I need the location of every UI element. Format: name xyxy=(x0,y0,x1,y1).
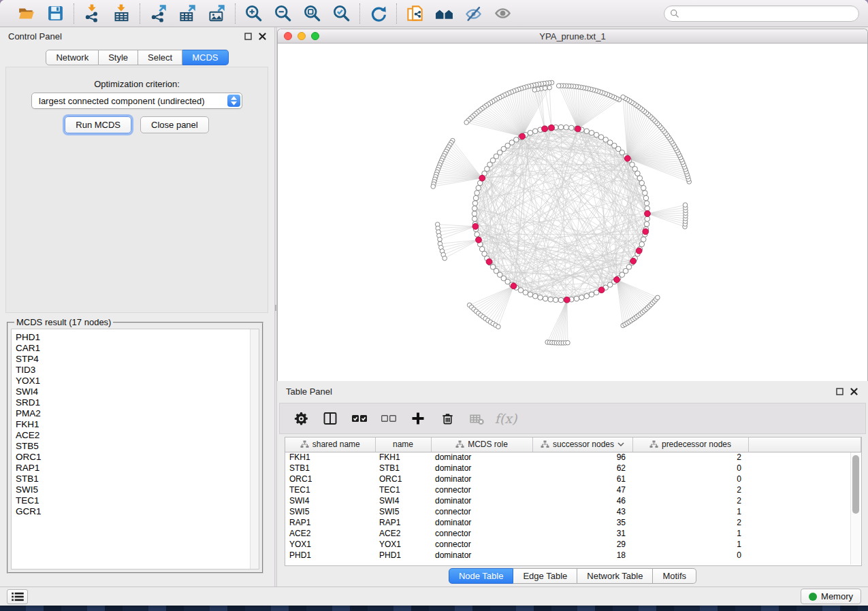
maximize-window-icon[interactable] xyxy=(311,32,319,40)
graph-node[interactable] xyxy=(594,132,599,137)
graph-node[interactable] xyxy=(472,206,477,212)
mcds-graph-node[interactable] xyxy=(549,125,555,131)
table-row[interactable]: FKH1FKH1dominator962 xyxy=(285,452,861,463)
mcds-result-item[interactable]: PHD1 xyxy=(16,332,259,343)
graph-node[interactable] xyxy=(574,296,579,301)
graph-node[interactable] xyxy=(637,176,643,181)
graph-node[interactable] xyxy=(472,211,477,216)
mcds-result-item[interactable]: STB5 xyxy=(16,441,259,452)
graph-node[interactable] xyxy=(683,203,688,208)
column-header-MCDS-role[interactable]: MCDS role xyxy=(431,437,532,452)
select-all-columns-icon[interactable] xyxy=(351,410,368,427)
memory-button[interactable]: Memory xyxy=(801,589,861,604)
graph-node[interactable] xyxy=(543,296,548,301)
graph-node[interactable] xyxy=(472,216,477,222)
first-neighbors-icon[interactable] xyxy=(435,4,453,22)
graph-node[interactable] xyxy=(472,201,478,206)
tab-node-table[interactable]: Node Table xyxy=(449,568,514,584)
graph-node[interactable] xyxy=(532,88,537,93)
mcds-graph-node[interactable] xyxy=(564,297,570,303)
graph-node[interactable] xyxy=(579,295,585,301)
graph-node[interactable] xyxy=(641,237,646,242)
table-row[interactable]: SWI4SWI4dominator462 xyxy=(285,495,861,506)
table-row[interactable]: TEC1TEC1connector472 xyxy=(285,484,861,495)
graph-node[interactable] xyxy=(438,237,443,242)
graph-node[interactable] xyxy=(643,191,648,196)
mcds-graph-node[interactable] xyxy=(519,133,526,139)
graph-node[interactable] xyxy=(443,256,447,261)
save-icon[interactable] xyxy=(46,4,65,22)
graph-node[interactable] xyxy=(556,84,561,88)
float-panel-icon[interactable] xyxy=(244,32,252,40)
unselect-all-columns-icon[interactable] xyxy=(380,410,398,427)
tab-motifs[interactable]: Motifs xyxy=(653,568,696,584)
graph-node[interactable] xyxy=(639,180,645,186)
mcds-result-item[interactable]: PMA2 xyxy=(16,408,259,419)
zoom-in-icon[interactable] xyxy=(244,4,263,22)
graph-node[interactable] xyxy=(528,292,533,297)
graph-node[interactable] xyxy=(473,195,479,201)
graph-node[interactable] xyxy=(431,184,436,189)
graph-node[interactable] xyxy=(479,246,485,252)
show-all-icon[interactable] xyxy=(494,4,512,22)
export-image-icon[interactable] xyxy=(208,4,226,22)
criterion-dropdown[interactable]: largest connected component (undirected) xyxy=(31,93,242,109)
zoom-fit-icon[interactable] xyxy=(303,4,321,22)
export-network-icon[interactable] xyxy=(149,4,167,22)
graph-node[interactable] xyxy=(464,120,469,125)
graph-node[interactable] xyxy=(643,195,649,201)
open-file-icon[interactable] xyxy=(17,4,35,22)
table-row[interactable]: RAP1RAP1dominator352 xyxy=(285,517,861,528)
column-header-predecessor-nodes[interactable]: predecessor nodes xyxy=(632,437,748,452)
mcds-graph-node[interactable] xyxy=(598,287,605,293)
splitter-handle[interactable] xyxy=(275,305,276,311)
tab-select[interactable]: Select xyxy=(138,50,182,65)
mcds-result-item[interactable]: STP4 xyxy=(16,354,259,365)
mcds-list-scrollbar[interactable] xyxy=(250,329,259,569)
close-table-panel-icon[interactable] xyxy=(850,387,858,395)
graph-node[interactable] xyxy=(528,130,533,135)
mcds-result-item[interactable]: SWI5 xyxy=(16,484,259,495)
graph-node[interactable] xyxy=(639,242,645,247)
table-row[interactable]: PHD1PHD1dominator180 xyxy=(285,550,861,561)
graph-node[interactable] xyxy=(598,135,604,140)
graph-node[interactable] xyxy=(641,185,646,191)
mcds-result-list[interactable]: PHD1CAR1STP4TID3YOX1SWI4SRD1PMA2FKH1ACE2… xyxy=(11,329,259,569)
hide-selected-icon[interactable] xyxy=(464,4,483,22)
delete-table-icon[interactable] xyxy=(468,410,485,427)
table-scrollbar-thumb[interactable] xyxy=(852,455,859,514)
table-row[interactable]: STB1STB1dominator620 xyxy=(285,463,861,474)
mcds-graph-node[interactable] xyxy=(614,277,620,283)
mcds-result-item[interactable]: TEC1 xyxy=(16,495,259,506)
apply-layout-icon[interactable] xyxy=(369,4,387,22)
column-header-shared-name[interactable]: shared name xyxy=(285,437,375,452)
graph-node[interactable] xyxy=(518,288,524,293)
mcds-result-item[interactable]: FKH1 xyxy=(16,419,259,430)
add-column-icon[interactable] xyxy=(409,410,427,427)
mcds-result-item[interactable]: SWI4 xyxy=(16,386,259,397)
graph-node[interactable] xyxy=(569,125,575,131)
graph-node[interactable] xyxy=(476,185,481,191)
graph-node[interactable] xyxy=(656,295,660,300)
graph-node[interactable] xyxy=(553,297,559,303)
search-input[interactable] xyxy=(683,9,853,19)
graph-node[interactable] xyxy=(584,293,590,299)
graph-node[interactable] xyxy=(644,201,649,206)
table-settings-gear-icon[interactable] xyxy=(292,410,310,427)
network-window-titlebar[interactable]: YPA_prune.txt_1 xyxy=(278,29,867,44)
graph-node[interactable] xyxy=(645,206,650,212)
network-canvas[interactable] xyxy=(278,44,867,380)
close-panel-icon[interactable] xyxy=(258,32,266,40)
tab-edge-table[interactable]: Edge Table xyxy=(513,568,577,584)
mcds-graph-node[interactable] xyxy=(479,175,485,181)
tab-network-table[interactable]: Network Table xyxy=(577,568,653,584)
mcds-result-item[interactable]: RAP1 xyxy=(16,463,259,474)
graph-node[interactable] xyxy=(538,295,543,301)
import-table-icon[interactable] xyxy=(112,4,131,22)
graph-node[interactable] xyxy=(645,216,650,222)
export-table-icon[interactable] xyxy=(178,4,197,22)
graph-node[interactable] xyxy=(589,130,594,135)
mcds-graph-node[interactable] xyxy=(542,126,548,132)
graph-node[interactable] xyxy=(584,129,590,134)
graph-node[interactable] xyxy=(496,325,501,329)
